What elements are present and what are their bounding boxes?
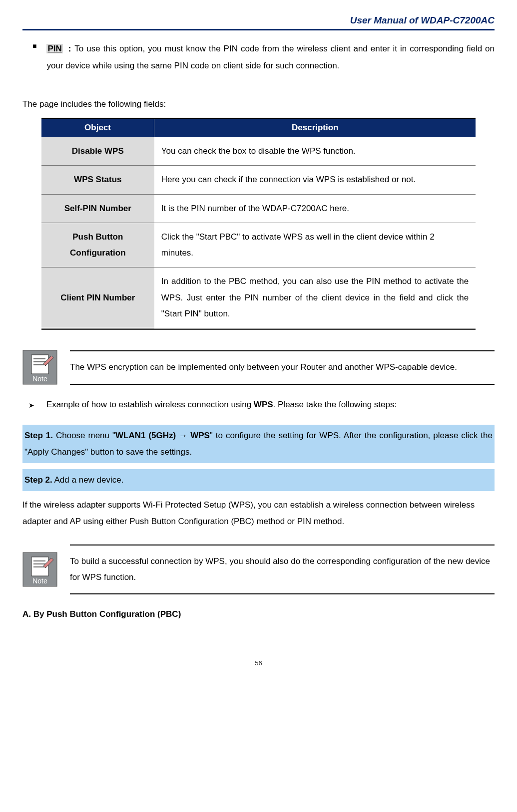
cell-object: Client PIN Number xyxy=(41,268,154,329)
table-row: Push Button Configuration Click the "Sta… xyxy=(41,223,476,268)
pin-colon: ： xyxy=(65,44,75,53)
th-description: Description xyxy=(154,118,476,137)
cell-desc: It is the PIN number of the WDAP-C7200AC… xyxy=(154,194,476,223)
svg-text:Note: Note xyxy=(32,577,47,585)
example-bold: WPS xyxy=(254,400,273,409)
example-text: Example of how to establish wireless con… xyxy=(46,400,397,410)
note-block-2: Note To build a successful connection by… xyxy=(22,544,495,595)
square-bullet-icon: ■ xyxy=(32,42,36,74)
chevron-right-icon: ➤ xyxy=(28,401,34,409)
step2-num: Step 2. xyxy=(24,475,52,485)
table-header-row: Object Description xyxy=(41,118,476,137)
section-a-heading: A. By Push Button Configuration (PBC) xyxy=(22,609,495,619)
pin-section: ■ PIN：To use this option, you must know … xyxy=(32,40,495,74)
table-row: Self-PIN Number It is the PIN number of … xyxy=(41,194,476,223)
step1-menu: WLAN1 (5GHz) → WPS xyxy=(115,431,210,440)
note-icon: Note xyxy=(22,350,57,385)
step1-num: Step 1. xyxy=(24,431,53,440)
step1-p1: Choose menu " xyxy=(53,431,115,440)
pin-label: PIN xyxy=(46,44,62,53)
header-title: User Manual of WDAP-C7200AC xyxy=(22,15,495,29)
cell-object: Disable WPS xyxy=(41,137,154,166)
note-text-2: To build a successful connection by WPS,… xyxy=(70,544,495,595)
table-row: Client PIN Number In addition to the PBC… xyxy=(41,268,476,329)
fields-table: Object Description Disable WPS You can c… xyxy=(41,117,476,330)
after-step2-text: If the wireless adapter supports Wi-Fi P… xyxy=(22,497,495,530)
example-line: ➤ Example of how to establish wireless c… xyxy=(28,400,495,410)
cell-object: Self-PIN Number xyxy=(41,194,154,223)
th-object: Object xyxy=(41,118,154,137)
header-rule xyxy=(22,29,495,30)
note-block-1: Note The WPS encryption can be implement… xyxy=(22,350,495,385)
cell-object: WPS Status xyxy=(41,166,154,194)
table-row: WPS Status Here you can check if the con… xyxy=(41,166,476,194)
page-number: 56 xyxy=(22,659,495,667)
step-2: Step 2. Add a new device. xyxy=(22,469,495,491)
table-row: Disable WPS You can check the box to dis… xyxy=(41,137,476,166)
cell-desc: You can check the box to disable the WPS… xyxy=(154,137,476,166)
cell-desc: Click the "Start PBC" to activate WPS as… xyxy=(154,223,476,268)
cell-desc: Here you can check if the connection via… xyxy=(154,166,476,194)
note-icon: Note xyxy=(22,552,57,587)
example-prefix: Example of how to establish wireless con… xyxy=(46,400,254,409)
svg-text:Note: Note xyxy=(32,375,47,383)
fields-intro: The page includes the following fields: xyxy=(22,99,495,109)
step2-text: Add a new device. xyxy=(52,475,124,485)
cell-desc: In addition to the PBC method, you can a… xyxy=(154,268,476,329)
pin-text: PIN：To use this option, you must know th… xyxy=(46,40,495,74)
cell-object: Push Button Configuration xyxy=(41,223,154,268)
example-suffix: . Please take the following steps: xyxy=(273,400,397,409)
pin-body: To use this option, you must know the PI… xyxy=(46,44,495,70)
note-text-1: The WPS encryption can be implemented on… xyxy=(70,350,495,384)
step-1: Step 1. Choose menu "WLAN1 (5GHz) → WPS"… xyxy=(22,425,495,463)
